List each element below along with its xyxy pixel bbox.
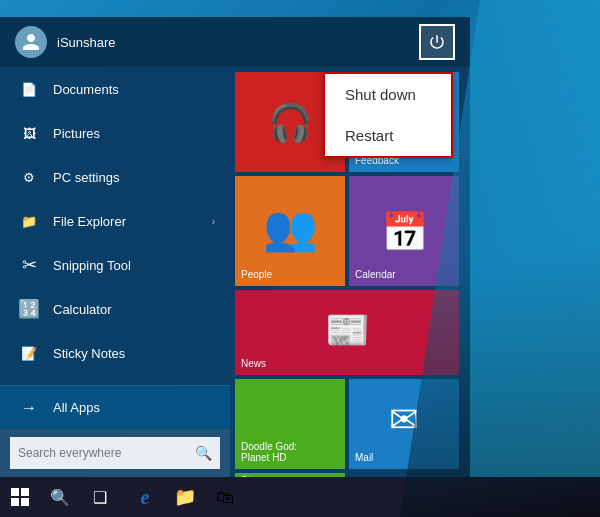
taskbar-task-view-button[interactable]: ❑ xyxy=(80,477,120,517)
sidebar-item-paint[interactable]: 🎨 Paint xyxy=(0,375,230,385)
mail-tile-label: Mail xyxy=(355,452,373,463)
file-explorer-arrow: › xyxy=(212,216,215,227)
sidebar: 📄 Documents 🖼 Pictures ⚙ PC settings 📁 F… xyxy=(0,67,230,477)
avatar xyxy=(15,26,47,58)
news-tile-icon: 📰 xyxy=(325,309,370,351)
tile-news[interactable]: 📰 News xyxy=(235,290,459,375)
sidebar-item-pictures-label: Pictures xyxy=(53,126,100,141)
calendar-tile-label: Calendar xyxy=(355,269,396,280)
sidebar-item-calculator[interactable]: 🔢 Calculator xyxy=(0,287,230,331)
power-menu: Shut down Restart xyxy=(323,72,453,158)
file-explorer-icon: 📁 xyxy=(15,207,43,235)
sidebar-item-documents[interactable]: 📄 Documents xyxy=(0,67,230,111)
svg-rect-2 xyxy=(11,498,19,506)
tile-doodle-god[interactable]: Doodle God:Planet HD xyxy=(235,379,345,469)
search-area: 🔍 xyxy=(0,429,230,477)
sidebar-item-pc-settings-label: PC settings xyxy=(53,170,119,185)
svg-rect-0 xyxy=(11,488,19,496)
svg-rect-3 xyxy=(21,498,29,506)
sidebar-item-snipping-tool[interactable]: ✂ Snipping Tool xyxy=(0,243,230,287)
news-tile-label: News xyxy=(241,358,266,369)
svg-rect-1 xyxy=(21,488,29,496)
user-profile: iSunshare Shut down Restart xyxy=(0,17,470,67)
sidebar-item-calculator-label: Calculator xyxy=(53,302,112,317)
tile-mail[interactable]: ✉ Mail xyxy=(349,379,459,469)
shutdown-button[interactable]: Shut down xyxy=(325,74,451,115)
sticky-notes-icon: 📝 xyxy=(15,339,43,367)
documents-icon: 📄 xyxy=(15,75,43,103)
taskbar: 🔍 ❑ e 📁 🛍 xyxy=(0,477,600,517)
people-tile-label: People xyxy=(241,269,272,280)
start-menu: iSunshare Shut down Restart 📄 Documents xyxy=(0,17,470,477)
sidebar-items: 📄 Documents 🖼 Pictures ⚙ PC settings 📁 F… xyxy=(0,67,230,385)
desktop: iSunshare Shut down Restart 📄 Documents xyxy=(0,0,600,517)
snipping-tool-icon: ✂ xyxy=(15,251,43,279)
calculator-icon: 🔢 xyxy=(15,295,43,323)
doodle-god-tile-label: Doodle God:Planet HD xyxy=(241,441,297,463)
user-name: iSunshare xyxy=(57,35,116,50)
people-tile-icon: 👥 xyxy=(263,202,318,254)
search-input[interactable] xyxy=(18,446,195,460)
pc-settings-icon: ⚙ xyxy=(15,163,43,191)
sidebar-item-sticky-notes-label: Sticky Notes xyxy=(53,346,125,361)
sidebar-item-snipping-label: Snipping Tool xyxy=(53,258,131,273)
sidebar-item-pc-settings[interactable]: ⚙ PC settings xyxy=(0,155,230,199)
all-apps-item[interactable]: → All Apps xyxy=(0,385,230,429)
search-box[interactable]: 🔍 xyxy=(10,437,220,469)
all-apps-icon: → xyxy=(15,394,43,422)
taskbar-search-button[interactable]: 🔍 xyxy=(40,477,80,517)
task-view-icon: ❑ xyxy=(93,488,107,507)
music-tile-icon: 🎧 xyxy=(268,102,313,144)
pictures-icon: 🖼 xyxy=(15,119,43,147)
sidebar-item-sticky-notes[interactable]: 📝 Sticky Notes xyxy=(0,331,230,375)
search-icon: 🔍 xyxy=(195,445,212,461)
sidebar-item-file-explorer-label: File Explorer xyxy=(53,214,126,229)
taskbar-file-explorer-icon: 📁 xyxy=(174,486,196,508)
sidebar-item-documents-label: Documents xyxy=(53,82,119,97)
start-button[interactable] xyxy=(0,477,40,517)
tile-people[interactable]: 👥 People xyxy=(235,176,345,286)
all-apps-label: All Apps xyxy=(53,400,100,415)
taskbar-ie-button[interactable]: e xyxy=(125,477,165,517)
taskbar-file-explorer-button[interactable]: 📁 xyxy=(165,477,205,517)
mail-tile-icon: ✉ xyxy=(389,399,419,441)
sidebar-item-file-explorer[interactable]: 📁 File Explorer › xyxy=(0,199,230,243)
taskbar-search-icon: 🔍 xyxy=(50,488,70,507)
taskbar-pinned-items: e 📁 🛍 xyxy=(125,477,245,517)
taskbar-store-icon: 🛍 xyxy=(216,487,234,508)
sidebar-item-pictures[interactable]: 🖼 Pictures xyxy=(0,111,230,155)
restart-button[interactable]: Restart xyxy=(325,115,451,156)
power-button[interactable]: Shut down Restart xyxy=(419,24,455,60)
calendar-tile-icon: 📅 xyxy=(381,210,428,254)
ie-icon: e xyxy=(141,486,150,509)
tile-calendar[interactable]: 📅 Calendar xyxy=(349,176,459,286)
taskbar-store-button[interactable]: 🛍 xyxy=(205,477,245,517)
